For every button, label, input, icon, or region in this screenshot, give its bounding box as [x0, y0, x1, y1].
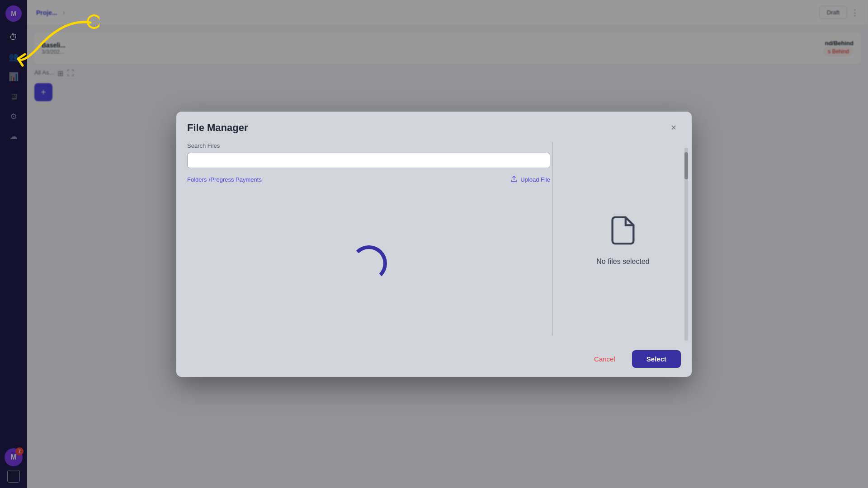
- dialog-title: File Manager: [187, 122, 248, 134]
- folders-link[interactable]: Folders: [187, 176, 207, 183]
- no-files-icon: [607, 212, 639, 250]
- modal-overlay: File Manager × Search Files Folders /Pro…: [0, 0, 868, 488]
- scrollbar[interactable]: [684, 148, 688, 341]
- loading-spinner: [351, 245, 387, 282]
- close-button[interactable]: ×: [666, 121, 681, 135]
- upload-label: Upload File: [520, 176, 550, 183]
- left-panel: Search Files Folders /Progress Payments: [187, 142, 550, 336]
- dialog-body: Search Files Folders /Progress Payments: [176, 142, 692, 343]
- no-files-text: No files selected: [596, 258, 649, 266]
- upload-button[interactable]: Upload File: [510, 175, 550, 184]
- cancel-button[interactable]: Cancel: [583, 350, 627, 368]
- folder-breadcrumb: Folders /Progress Payments: [187, 175, 262, 183]
- upload-icon: [510, 175, 518, 184]
- search-label: Search Files: [187, 142, 550, 149]
- dialog-footer: Cancel Select: [176, 343, 692, 377]
- select-button[interactable]: Select: [632, 350, 681, 368]
- scrollbar-thumb[interactable]: [684, 152, 688, 179]
- loading-area: [187, 191, 550, 336]
- breadcrumb-nav: Folders /Progress Payments Upload File: [187, 174, 550, 186]
- breadcrumb-separator: /Progress Payments: [209, 176, 262, 183]
- file-manager-dialog: File Manager × Search Files Folders /Pro…: [176, 112, 692, 377]
- search-section: Search Files: [187, 142, 550, 168]
- panel-divider: [552, 142, 552, 336]
- right-panel: No files selected: [554, 142, 681, 336]
- search-input[interactable]: [187, 153, 550, 168]
- dialog-header: File Manager ×: [176, 112, 692, 142]
